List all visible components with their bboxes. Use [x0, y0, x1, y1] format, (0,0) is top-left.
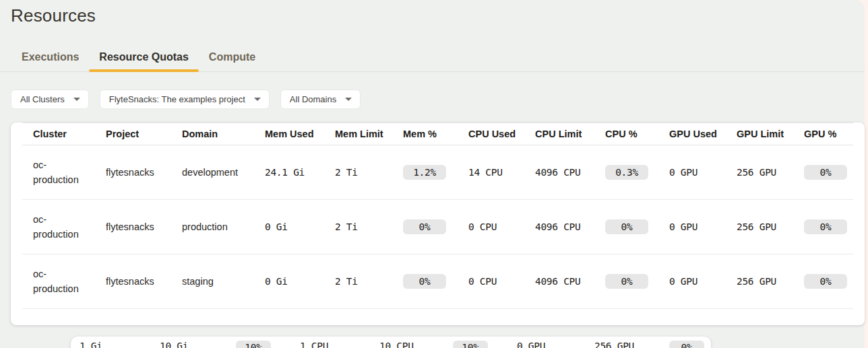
- cell-gpu-pct: 0%: [804, 219, 851, 234]
- mem-pct-badge: 10%: [236, 341, 271, 348]
- cell-cluster: oc-production: [22, 267, 106, 296]
- gpu-pct-badge: 0%: [804, 219, 847, 234]
- cell-gpu-limit: 256 GPU: [737, 167, 804, 178]
- cell-mem-pct: 10%: [236, 341, 300, 348]
- cell-gpu-pct: 0%: [804, 274, 851, 289]
- cell-cpu-limit: 4096 CPU: [535, 221, 605, 232]
- cell-gpu-limit: 256 GPU: [737, 221, 804, 232]
- cpu-pct-badge: 0%: [605, 274, 648, 289]
- cell-mem-limit: 2 Ti: [335, 167, 403, 178]
- mem-pct-badge: 1.2%: [403, 165, 446, 180]
- cell-cpu-pct: 10%: [453, 341, 517, 348]
- tab-resource-quotas[interactable]: Resource Quotas: [89, 45, 198, 71]
- project-filter-dropdown[interactable]: FlyteSnacks: The examples project: [100, 90, 270, 109]
- resource-quotas-table: Cluster Project Domain Mem Used Mem Limi…: [22, 123, 853, 309]
- cell-cpu-limit: 4096 CPU: [535, 167, 605, 178]
- chevron-down-icon: [73, 98, 80, 101]
- table-row: 1 Gi 10 Gi 10% 1 CPU 10 CPU 10% 0 GPU 25…: [80, 341, 711, 348]
- cell-gpu-pct: 0%: [669, 341, 711, 348]
- cell-mem-pct: 0%: [403, 274, 468, 289]
- cell-cpu-limit: 4096 CPU: [535, 276, 605, 287]
- filter-bar: All Clusters FlyteSnacks: The examples p…: [11, 90, 865, 109]
- table-header-row: Cluster Project Domain Mem Used Mem Limi…: [22, 123, 853, 145]
- cell-domain: development: [182, 167, 265, 178]
- cell-cpu-pct: 0.3%: [605, 165, 669, 180]
- gpu-pct-badge: 0%: [804, 274, 847, 289]
- col-header-project: Project: [106, 129, 182, 139]
- task-defaults-card: 1 Gi 10 Gi 10% 1 CPU 10 CPU 10% 0 GPU 25…: [71, 337, 711, 348]
- tab-executions[interactable]: Executions: [11, 45, 89, 71]
- cell-mem-pct: 0%: [403, 219, 468, 234]
- mem-pct-badge: 0%: [403, 274, 446, 289]
- col-header-cpu-used: CPU Used: [468, 129, 535, 139]
- cell-mem-used: 24.1 Gi: [265, 167, 335, 178]
- main-panel: Resources Executions Resource Quotas Com…: [0, 0, 865, 348]
- table-row: oc-production flytesnacks development 24…: [22, 145, 853, 200]
- domain-filter-value: All Domains: [290, 94, 336, 104]
- col-header-gpu-pct: GPU %: [804, 129, 851, 139]
- cluster-filter-value: All Clusters: [20, 94, 65, 104]
- cell-cpu-used: 14 CPU: [468, 167, 535, 178]
- cell-cpu-used: 0 CPU: [468, 276, 535, 287]
- col-header-cluster: Cluster: [22, 129, 106, 139]
- cell-mem-used: 1 Gi: [80, 341, 160, 348]
- col-header-mem-used: Mem Used: [265, 129, 335, 139]
- col-header-cpu-limit: CPU Limit: [535, 129, 605, 139]
- cell-cluster: oc-production: [22, 212, 106, 242]
- cell-cpu-used: 0 CPU: [468, 221, 535, 232]
- col-header-mem-pct: Mem %: [403, 129, 468, 139]
- col-header-domain: Domain: [182, 129, 265, 139]
- tab-bar: Executions Resource Quotas Compute: [0, 45, 865, 72]
- page-header: Resources: [0, 0, 865, 26]
- cpu-pct-badge: 0%: [605, 219, 648, 234]
- gpu-pct-badge: 0%: [669, 341, 704, 348]
- domain-filter-dropdown[interactable]: All Domains: [280, 90, 361, 109]
- cell-mem-used: 0 Gi: [265, 221, 335, 232]
- cell-mem-limit: 10 Gi: [160, 341, 236, 348]
- cell-mem-limit: 2 Ti: [335, 221, 403, 232]
- cell-cpu-pct: 0%: [605, 219, 669, 234]
- cpu-pct-badge: 10%: [453, 341, 488, 348]
- cell-domain: staging: [182, 276, 265, 287]
- cell-gpu-limit: 256 GPU: [594, 341, 669, 348]
- cell-cpu-pct: 0%: [605, 274, 669, 289]
- resource-quotas-card: Cluster Project Domain Mem Used Mem Limi…: [11, 123, 865, 325]
- mem-pct-badge: 0%: [403, 219, 446, 234]
- cell-gpu-used: 0 GPU: [517, 341, 594, 348]
- gpu-pct-badge: 0%: [804, 165, 847, 180]
- col-header-mem-limit: Mem Limit: [335, 129, 403, 139]
- cell-domain: production: [182, 221, 265, 232]
- col-header-gpu-used: GPU Used: [669, 129, 737, 139]
- cell-gpu-used: 0 GPU: [669, 276, 737, 287]
- cell-cluster: oc-production: [22, 158, 106, 187]
- cell-cpu-used: 1 CPU: [300, 341, 379, 348]
- cell-gpu-pct: 0%: [804, 165, 851, 180]
- cell-gpu-limit: 256 GPU: [737, 276, 804, 287]
- cell-mem-pct: 1.2%: [403, 165, 468, 180]
- cell-gpu-used: 0 GPU: [669, 167, 737, 178]
- cell-project: flytesnacks: [106, 221, 182, 232]
- cell-project: flytesnacks: [106, 276, 182, 287]
- page-title: Resources: [11, 5, 865, 26]
- table-row: oc-production flytesnacks staging 0 Gi 2…: [22, 254, 853, 309]
- chevron-down-icon: [254, 98, 261, 101]
- chevron-down-icon: [345, 98, 352, 101]
- cell-mem-used: 0 Gi: [265, 276, 335, 287]
- col-header-gpu-limit: GPU Limit: [737, 129, 804, 139]
- cpu-pct-badge: 0.3%: [605, 165, 648, 180]
- cell-mem-limit: 2 Ti: [335, 276, 403, 287]
- cell-project: flytesnacks: [106, 167, 182, 178]
- table-row: oc-production flytesnacks production 0 G…: [22, 200, 853, 254]
- tab-compute[interactable]: Compute: [199, 45, 266, 71]
- cell-gpu-used: 0 GPU: [669, 221, 737, 232]
- cluster-filter-dropdown[interactable]: All Clusters: [11, 90, 89, 109]
- project-filter-value: FlyteSnacks: The examples project: [109, 94, 245, 104]
- col-header-cpu-pct: CPU %: [605, 129, 669, 139]
- cell-cpu-limit: 10 CPU: [379, 341, 453, 348]
